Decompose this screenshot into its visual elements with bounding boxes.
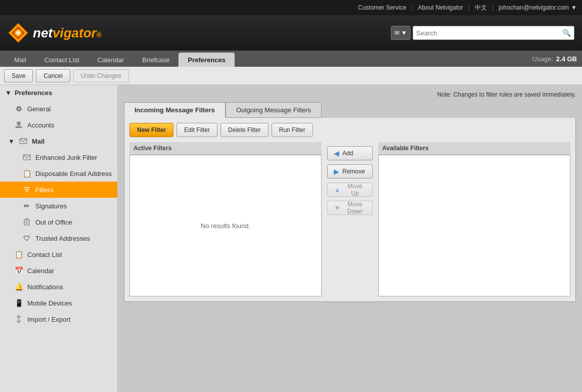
logo-bar: netvigator® ✉ ▼ 🔍 bbox=[0, 15, 582, 51]
dropdown-arrow-icon: ▼ bbox=[571, 4, 577, 11]
sidebar-item-calendar[interactable]: 📅 Calendar bbox=[0, 263, 117, 279]
mobile-devices-icon: 📱 bbox=[14, 298, 23, 308]
logo-trademark: ® bbox=[97, 31, 102, 39]
content-area: Note: Changes to filter rules are saved … bbox=[118, 85, 582, 392]
sidebar-item-contact-list[interactable]: 📋 Contact List bbox=[0, 246, 117, 263]
sidebar-item-import-export[interactable]: Import / Export bbox=[0, 311, 117, 327]
remove-label: Remove bbox=[342, 168, 365, 175]
active-filters-header: Active Filters bbox=[129, 142, 322, 155]
mail-group-icon bbox=[19, 137, 28, 146]
note-text: Note: Changes to filter rules are saved … bbox=[124, 91, 576, 98]
sidebar-item-label-accounts: Accounts bbox=[27, 121, 54, 129]
move-down-button[interactable]: ▼ Move Down bbox=[327, 201, 373, 215]
sidebar-item-label-general: General bbox=[27, 105, 51, 113]
filter-tabs: Incoming Message Filters Outgoing Messag… bbox=[124, 102, 576, 118]
sidebar-item-mobile-devices[interactable]: 📱 Mobile Devices bbox=[0, 295, 117, 311]
sidebar-item-label-notifications: Notifications bbox=[27, 283, 63, 291]
customer-service-link[interactable]: Customer Service bbox=[358, 4, 406, 11]
disposable-email-icon: 📋 bbox=[22, 169, 31, 178]
separator-1: | bbox=[411, 4, 413, 11]
notifications-icon: 🔔 bbox=[14, 282, 23, 291]
sidebar-item-label-mobile-devices: Mobile Devices bbox=[27, 299, 72, 307]
sidebar-item-general[interactable]: ⚙ General bbox=[0, 101, 117, 117]
tab-preferences[interactable]: Preferences bbox=[178, 53, 234, 67]
logo-icon bbox=[8, 22, 29, 43]
undo-button[interactable]: Undo Changes bbox=[73, 69, 129, 82]
search-input[interactable] bbox=[416, 29, 562, 37]
active-filters-empty: No results found. bbox=[201, 222, 250, 230]
filters-layout: Active Filters No results found. ◀ Add ▶… bbox=[129, 142, 570, 296]
edit-filter-button[interactable]: Edit Filter bbox=[176, 123, 217, 137]
expand-icon: ▼ bbox=[5, 89, 12, 97]
tab-briefcase[interactable]: Briefcase bbox=[133, 53, 178, 67]
delete-filter-button[interactable]: Delete Filter bbox=[220, 123, 268, 137]
mail-icon: ✉ bbox=[394, 29, 399, 36]
logo[interactable]: netvigator® bbox=[8, 22, 102, 43]
separator-2: | bbox=[468, 4, 470, 11]
add-label: Add bbox=[342, 150, 353, 157]
save-button[interactable]: Save bbox=[4, 69, 33, 82]
active-filters-box: No results found. bbox=[129, 155, 322, 296]
logo-net: net bbox=[33, 25, 53, 41]
nav-tabs: Mail Contact List Calendar Briefcase Pre… bbox=[0, 51, 582, 67]
sidebar-item-label-mail: Mail bbox=[32, 138, 44, 145]
sidebar-group-mail[interactable]: ▼ Mail bbox=[0, 133, 117, 149]
usage-value: 2.4 GB bbox=[556, 55, 577, 63]
tab-outgoing-filters[interactable]: Outgoing Message Filters bbox=[226, 102, 322, 118]
main-layout: ▼ Preferences ⚙ General Accounts ▼ Mail … bbox=[0, 85, 582, 392]
mail-type-button[interactable]: ✉ ▼ bbox=[391, 26, 411, 40]
tab-mail[interactable]: Mail bbox=[5, 53, 35, 67]
remove-arrow-icon: ▶ bbox=[334, 167, 339, 176]
sidebar-item-label-contact-list: Contact List bbox=[27, 251, 62, 258]
svg-point-11 bbox=[26, 222, 28, 224]
sidebar-title: Preferences bbox=[15, 89, 52, 97]
filter-panel: New Filter Edit Filter Delete Filter Run… bbox=[124, 118, 576, 302]
sidebar: ▼ Preferences ⚙ General Accounts ▼ Mail … bbox=[0, 85, 118, 392]
sidebar-item-disposable-email[interactable]: 📋 Disposable Email Address bbox=[0, 165, 117, 182]
run-filter-button[interactable]: Run Filter bbox=[272, 123, 313, 137]
add-button[interactable]: ◀ Add bbox=[327, 146, 373, 160]
sidebar-item-signatures[interactable]: ✏ Signatures bbox=[0, 198, 117, 214]
contact-list-icon: 📋 bbox=[14, 250, 23, 259]
enhanced-junk-icon bbox=[22, 153, 31, 162]
search-bar: ✉ ▼ 🔍 bbox=[391, 26, 574, 40]
tab-contact-list[interactable]: Contact List bbox=[35, 53, 88, 67]
available-filters-box bbox=[378, 155, 570, 296]
sidebar-item-out-of-office[interactable]: Out of Office bbox=[0, 214, 117, 230]
filters-controls: ◀ Add ▶ Remove ▲ Move Up ▼ Move Down bbox=[325, 142, 375, 296]
active-filters-section: Active Filters No results found. bbox=[129, 142, 322, 296]
tab-incoming-filters[interactable]: Incoming Message Filters bbox=[124, 102, 226, 118]
new-filter-button[interactable]: New Filter bbox=[129, 123, 173, 137]
sidebar-item-filters[interactable]: Filters bbox=[0, 182, 117, 198]
mail-expand-icon: ▼ bbox=[8, 138, 15, 145]
sidebar-item-enhanced-junk[interactable]: Enhanced Junk Filter bbox=[0, 149, 117, 165]
tab-calendar[interactable]: Calendar bbox=[88, 53, 133, 67]
user-menu[interactable]: johnchan@netvigator.com ▼ bbox=[499, 4, 577, 11]
trusted-addresses-icon: 🛡 bbox=[22, 234, 31, 243]
mail-type-arrow: ▼ bbox=[401, 29, 407, 36]
separator-3: | bbox=[492, 4, 494, 11]
logo-text: netvigator® bbox=[33, 25, 102, 41]
sidebar-item-label-calendar: Calendar bbox=[27, 267, 54, 275]
accounts-icon bbox=[14, 120, 23, 129]
sidebar-header[interactable]: ▼ Preferences bbox=[0, 85, 117, 101]
add-arrow-icon: ◀ bbox=[334, 149, 339, 157]
sidebar-item-label-trusted-addresses: Trusted Addresses bbox=[35, 235, 90, 242]
usage-label: Usage: bbox=[532, 55, 553, 63]
about-link[interactable]: About Netvigator bbox=[418, 4, 463, 11]
sidebar-item-notifications[interactable]: 🔔 Notifications bbox=[0, 279, 117, 295]
move-down-arrow-icon: ▼ bbox=[334, 204, 341, 212]
move-up-button[interactable]: ▲ Move Up bbox=[327, 183, 373, 197]
available-filters-header: Available Filters bbox=[378, 142, 570, 155]
search-button[interactable]: 🔍 bbox=[562, 29, 571, 37]
sidebar-item-trusted-addresses[interactable]: 🛡 Trusted Addresses bbox=[0, 230, 117, 246]
language-link[interactable]: 中文 bbox=[475, 4, 487, 12]
signatures-icon: ✏ bbox=[22, 201, 31, 210]
logo-vigator: vigator bbox=[53, 25, 97, 41]
cancel-button[interactable]: Cancel bbox=[36, 69, 70, 82]
out-of-office-icon bbox=[22, 217, 31, 227]
remove-button[interactable]: ▶ Remove bbox=[327, 164, 373, 179]
available-filters-section: Available Filters bbox=[378, 142, 570, 296]
calendar-icon: 📅 bbox=[14, 266, 23, 275]
sidebar-item-accounts[interactable]: Accounts bbox=[0, 117, 117, 133]
